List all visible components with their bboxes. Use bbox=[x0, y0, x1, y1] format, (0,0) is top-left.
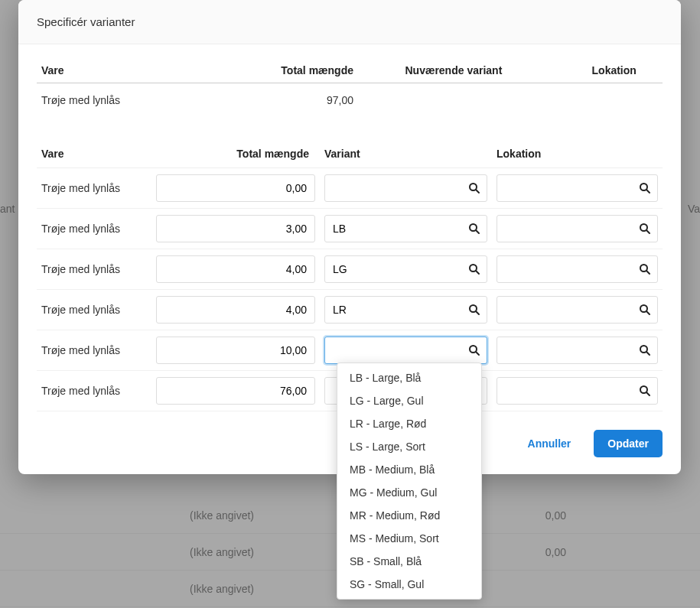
variants-header-location: Lokation bbox=[492, 141, 663, 168]
qty-input-wrap[interactable] bbox=[156, 255, 315, 283]
dropdown-item[interactable]: MR - Medium, Rød bbox=[337, 504, 481, 527]
qty-input[interactable] bbox=[157, 218, 314, 239]
svg-line-23 bbox=[646, 392, 650, 395]
qty-input[interactable] bbox=[157, 177, 314, 199]
location-input[interactable] bbox=[497, 177, 657, 199]
location-input[interactable] bbox=[497, 218, 657, 239]
row-vare: Trøje med lynlås bbox=[37, 371, 151, 411]
search-icon[interactable] bbox=[639, 263, 651, 275]
update-button[interactable]: Opdater bbox=[594, 430, 663, 457]
svg-line-5 bbox=[476, 230, 479, 233]
qty-input-wrap[interactable] bbox=[156, 337, 315, 364]
variant-dropdown[interactable]: LB - Large, BlåLG - Large, GulLR - Large… bbox=[337, 363, 482, 600]
row-vare: Trøje med lynlås bbox=[37, 330, 151, 371]
table-row: Trøje med lynlås bbox=[37, 290, 663, 330]
location-input-wrap[interactable] bbox=[497, 215, 658, 242]
search-icon[interactable] bbox=[468, 182, 480, 194]
search-icon[interactable] bbox=[639, 182, 651, 194]
search-icon[interactable] bbox=[468, 344, 480, 356]
dropdown-item[interactable]: MS - Medium, Sort bbox=[337, 527, 481, 550]
svg-line-7 bbox=[646, 230, 650, 233]
svg-line-15 bbox=[646, 311, 650, 314]
variant-input-wrap[interactable] bbox=[324, 255, 487, 283]
search-icon[interactable] bbox=[639, 223, 651, 235]
row-vare: Trøje med lynlås bbox=[37, 168, 151, 209]
variants-header-variant: Variant bbox=[320, 141, 492, 168]
location-input-wrap[interactable] bbox=[497, 337, 658, 364]
summary-qty: 97,00 bbox=[251, 83, 358, 121]
row-vare: Trøje med lynlås bbox=[37, 249, 151, 290]
qty-input-wrap[interactable] bbox=[156, 215, 315, 242]
location-input[interactable] bbox=[497, 299, 657, 320]
variant-input[interactable] bbox=[325, 340, 487, 361]
table-row: Trøje med lynlås bbox=[37, 209, 663, 249]
qty-input-wrap[interactable] bbox=[156, 296, 315, 324]
summary-header-vare: Vare bbox=[37, 58, 251, 83]
summary-header-total: Total mængde bbox=[251, 58, 358, 83]
search-icon[interactable] bbox=[468, 263, 480, 275]
dropdown-item[interactable]: MB - Medium, Blå bbox=[337, 458, 481, 481]
table-row: Trøje med lynlås bbox=[37, 249, 663, 290]
summary-header-current: Nuværende variant bbox=[358, 58, 549, 83]
location-input-wrap[interactable] bbox=[497, 377, 658, 405]
qty-input[interactable] bbox=[157, 258, 314, 280]
cancel-button[interactable]: Annuller bbox=[520, 431, 579, 456]
variant-input[interactable] bbox=[325, 258, 487, 280]
dropdown-item[interactable]: MG - Medium, Gul bbox=[337, 481, 481, 504]
variants-header-vare: Vare bbox=[37, 141, 151, 168]
svg-line-9 bbox=[476, 271, 479, 274]
variant-input[interactable] bbox=[325, 218, 487, 239]
location-input[interactable] bbox=[497, 258, 657, 280]
variant-input-wrap[interactable] bbox=[324, 215, 487, 242]
variant-input[interactable] bbox=[325, 177, 487, 199]
svg-line-3 bbox=[646, 190, 650, 193]
qty-input-wrap[interactable] bbox=[156, 377, 315, 405]
variant-input-wrap[interactable] bbox=[324, 174, 487, 202]
variant-input-wrap[interactable] bbox=[324, 296, 487, 324]
location-input-wrap[interactable] bbox=[497, 255, 658, 283]
dropdown-item[interactable]: LB - Large, Blå bbox=[337, 366, 481, 389]
search-icon[interactable] bbox=[468, 304, 480, 316]
location-input[interactable] bbox=[497, 380, 657, 402]
search-icon[interactable] bbox=[639, 344, 651, 356]
summary-table: Vare Total mængde Nuværende variant Loka… bbox=[37, 58, 663, 120]
row-vare: Trøje med lynlås bbox=[37, 290, 151, 330]
variant-input-wrap[interactable] bbox=[324, 337, 487, 364]
search-icon[interactable] bbox=[639, 385, 651, 397]
modal-title: Specificér varianter bbox=[37, 15, 663, 28]
summary-header-spacer bbox=[549, 58, 566, 83]
table-row: Trøje med lynlås bbox=[37, 168, 663, 209]
svg-line-19 bbox=[646, 352, 650, 355]
variants-header-total: Total mængde bbox=[151, 141, 320, 168]
svg-line-13 bbox=[476, 311, 479, 314]
dropdown-item[interactable]: LR - Large, Rød bbox=[337, 412, 481, 435]
location-input-wrap[interactable] bbox=[497, 174, 658, 202]
qty-input-wrap[interactable] bbox=[156, 174, 315, 202]
summary-vare: Trøje med lynlås bbox=[37, 83, 251, 121]
location-input-wrap[interactable] bbox=[497, 296, 658, 324]
qty-input[interactable] bbox=[157, 299, 314, 320]
location-input[interactable] bbox=[497, 340, 657, 361]
svg-line-17 bbox=[476, 352, 479, 355]
dropdown-item[interactable]: LG - Large, Gul bbox=[337, 389, 481, 412]
variant-input[interactable] bbox=[325, 299, 487, 320]
qty-input[interactable] bbox=[157, 340, 314, 361]
svg-line-11 bbox=[646, 271, 650, 274]
svg-line-1 bbox=[476, 190, 479, 193]
dropdown-item[interactable]: SB - Small, Blå bbox=[337, 550, 481, 573]
row-vare: Trøje med lynlås bbox=[37, 209, 151, 249]
search-icon[interactable] bbox=[639, 304, 651, 316]
summary-header-location: Lokation bbox=[565, 58, 663, 83]
modal-header: Specificér varianter bbox=[18, 0, 681, 44]
search-icon[interactable] bbox=[468, 223, 480, 235]
qty-input[interactable] bbox=[157, 380, 314, 402]
dropdown-item[interactable]: LS - Large, Sort bbox=[337, 435, 481, 458]
dropdown-item[interactable]: SG - Small, Gul bbox=[337, 573, 481, 596]
